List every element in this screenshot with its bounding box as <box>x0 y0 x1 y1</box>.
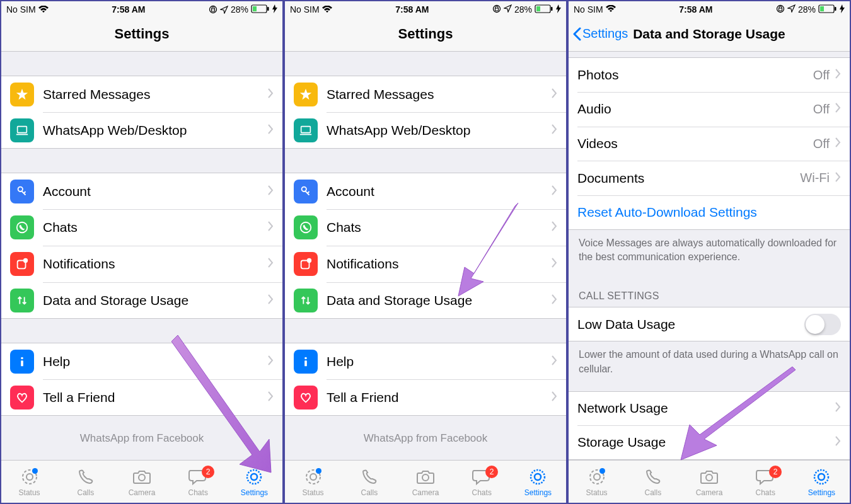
svg-point-29 <box>422 474 429 481</box>
chevron-right-icon <box>267 88 274 101</box>
tab-label: Chats <box>188 488 208 497</box>
row-videos[interactable]: Videos Off <box>569 127 850 161</box>
chevron-right-icon <box>551 257 557 271</box>
chats-badge: 2 <box>485 466 498 478</box>
row-label: Audio <box>577 101 813 117</box>
row-help[interactable]: Help <box>285 343 566 379</box>
tab-label: Status <box>19 488 40 497</box>
row-label: Chats <box>327 220 551 235</box>
row-chats[interactable]: Chats <box>1 209 282 246</box>
whatsapp-icon <box>10 215 34 239</box>
tab-calls[interactable]: Calls <box>341 461 397 503</box>
chevron-right-icon <box>267 355 274 369</box>
row-tell-friend[interactable]: Tell a Friend <box>1 379 282 416</box>
charging-icon <box>556 4 561 15</box>
tab-label: Calls <box>644 488 661 497</box>
row-starred-messages[interactable]: Starred Messages <box>285 76 566 112</box>
svg-rect-19 <box>536 6 540 11</box>
svg-point-30 <box>531 470 545 484</box>
chevron-right-icon <box>551 391 557 404</box>
status-icon <box>20 467 39 487</box>
clock-text: 7:58 AM <box>679 4 712 14</box>
row-label: Help <box>327 354 551 369</box>
row-value: Off <box>813 68 830 83</box>
row-storage-usage[interactable]: Storage Usage <box>569 425 850 460</box>
tab-settings[interactable]: Settings <box>794 461 850 503</box>
chat-icon: 2 <box>472 467 492 487</box>
tab-label: Settings <box>524 488 552 497</box>
row-tell-friend[interactable]: Tell a Friend <box>285 379 566 416</box>
row-documents[interactable]: Documents Wi-Fi <box>569 161 850 195</box>
row-whatsapp-web[interactable]: WhatsApp Web/Desktop <box>1 112 282 149</box>
tab-calls[interactable]: Calls <box>625 461 681 503</box>
camera-icon <box>132 467 151 487</box>
whatsapp-icon <box>294 215 318 239</box>
tab-label: Settings <box>808 488 835 497</box>
back-button[interactable]: Settings <box>572 26 628 41</box>
low-data-toggle[interactable] <box>804 314 841 335</box>
tab-label: Settings <box>241 488 268 497</box>
chevron-right-icon <box>551 220 557 234</box>
row-whatsapp-web[interactable]: WhatsApp Web/Desktop <box>285 112 566 149</box>
row-audio[interactable]: Audio Off <box>569 92 850 127</box>
row-data-storage[interactable]: Data and Storage Usage <box>285 282 566 319</box>
chevron-right-icon <box>835 137 841 151</box>
tab-camera[interactable]: Camera <box>681 461 737 503</box>
phone-icon <box>644 467 662 487</box>
svg-point-6 <box>17 222 28 233</box>
row-reset-auto-download[interactable]: Reset Auto-Download Settings <box>569 195 850 230</box>
chevron-right-icon <box>551 88 557 101</box>
battery-pct-text: 28% <box>798 4 816 14</box>
voice-messages-footer: Voice Messages are always automatically … <box>569 230 850 276</box>
star-icon <box>10 83 34 106</box>
tab-status[interactable]: Status <box>1 461 57 503</box>
row-label: Low Data Usage <box>577 317 804 332</box>
svg-point-31 <box>535 474 541 480</box>
tab-chats[interactable]: 2 Chats <box>170 461 226 503</box>
tab-status[interactable]: Status <box>569 461 625 503</box>
svg-rect-34 <box>835 7 837 11</box>
tab-chats[interactable]: 2Chats <box>454 461 510 503</box>
svg-point-24 <box>307 258 311 263</box>
row-label: Chats <box>43 220 267 235</box>
tab-settings[interactable]: Settings <box>226 461 282 503</box>
carrier-text: No SIM <box>290 4 320 14</box>
notification-dot <box>599 468 605 474</box>
chevron-right-icon <box>835 435 841 449</box>
tab-camera[interactable]: Camera <box>113 461 170 503</box>
tab-chats[interactable]: 2Chats <box>738 461 794 503</box>
row-network-usage[interactable]: Network Usage <box>569 391 850 426</box>
row-chats[interactable]: Chats <box>285 209 566 246</box>
notification-dot <box>316 468 321 474</box>
transfer-icon <box>10 289 34 312</box>
row-label: Storage Usage <box>577 435 835 450</box>
row-help[interactable]: Help <box>1 343 282 379</box>
tab-label: Chats <box>756 488 775 497</box>
tab-calls[interactable]: Calls <box>57 461 113 503</box>
row-notifications[interactable]: Notifications <box>285 246 566 282</box>
svg-rect-10 <box>21 360 23 366</box>
tab-settings[interactable]: Settings <box>510 461 566 503</box>
row-starred-messages[interactable]: Starred Messages <box>1 76 282 112</box>
svg-point-40 <box>818 474 825 480</box>
svg-rect-35 <box>820 6 824 11</box>
tab-bar: Status Calls Camera 2 Chats Settings <box>1 460 282 503</box>
svg-point-14 <box>247 470 261 484</box>
row-account[interactable]: Account <box>285 173 566 209</box>
row-label: Tell a Friend <box>327 390 551 405</box>
wifi-icon <box>322 6 332 13</box>
status-bar: No SIM 7:58 AM 28% <box>285 1 566 16</box>
tab-label: Camera <box>412 488 439 497</box>
tab-status[interactable]: Status <box>285 461 341 503</box>
row-account[interactable]: Account <box>1 173 282 209</box>
location-icon <box>504 4 512 14</box>
row-low-data-usage[interactable]: Low Data Usage <box>569 307 850 341</box>
row-notifications[interactable]: Notifications <box>1 246 282 282</box>
svg-point-38 <box>706 474 712 481</box>
svg-point-8 <box>23 258 28 263</box>
row-data-storage[interactable]: Data and Storage Usage <box>1 282 282 319</box>
row-photos[interactable]: Photos Off <box>569 57 850 92</box>
location-icon <box>220 6 228 14</box>
row-label: Videos <box>577 136 813 151</box>
tab-camera[interactable]: Camera <box>397 461 453 503</box>
